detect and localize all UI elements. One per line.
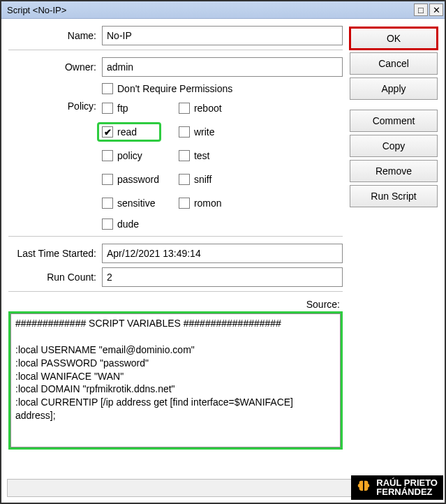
checkbox-icon [102, 218, 113, 230]
checkbox-icon [179, 198, 190, 209]
policy-label: Policy: [8, 101, 102, 211]
watermark-badge: RAÚL PRIETO FERNÁNDEZ [351, 475, 443, 500]
policy-romon-label: romon [194, 198, 222, 209]
policy-write-label: write [194, 126, 215, 138]
policy-policy-label: policy [117, 150, 142, 161]
copy-button-label: Copy [382, 140, 406, 151]
policy-reboot-checkbox[interactable]: reboot [179, 101, 222, 116]
remove-button[interactable]: Remove [350, 160, 438, 182]
checkbox-icon [102, 198, 113, 209]
policy-sensitive-checkbox[interactable]: sensitive [102, 195, 159, 211]
remove-button-label: Remove [376, 165, 412, 177]
minimize-button[interactable]: □ [414, 3, 428, 16]
cancel-button[interactable]: Cancel [350, 52, 438, 75]
checkbox-icon: ✔ [102, 126, 113, 138]
policy-dude-checkbox[interactable]: dude [102, 216, 139, 232]
window-title: Script <No-IP> [7, 5, 66, 15]
source-label: Source: [8, 299, 343, 310]
comment-button-label: Comment [373, 115, 415, 126]
policy-read-checkbox[interactable]: ✔read [99, 124, 159, 140]
run-script-button-label: Run Script [371, 191, 416, 202]
checkbox-icon [102, 83, 113, 94]
ok-button-label: OK [387, 33, 401, 44]
close-icon: ✕ [433, 6, 440, 15]
minimize-icon: □ [418, 6, 424, 15]
titlebar: Script <No-IP> □ ✕ [1, 1, 445, 19]
owner-input[interactable] [102, 57, 343, 77]
ok-button[interactable]: OK [350, 27, 438, 50]
policy-ftp-checkbox[interactable]: ftp [102, 101, 159, 116]
source-textarea[interactable] [10, 313, 341, 447]
divider [8, 50, 343, 50]
apply-button-label: Apply [381, 83, 406, 94]
policy-test-checkbox[interactable]: test [179, 148, 222, 163]
divider [8, 291, 343, 292]
policy-test-label: test [194, 150, 210, 161]
checkbox-icon [179, 103, 190, 114]
policy-sensitive-label: sensitive [117, 198, 155, 209]
run-count-input [102, 267, 343, 287]
divider [8, 236, 343, 237]
policy-read-label: read [117, 126, 137, 138]
dont-require-permissions-label: Don't Require Permissions [117, 83, 232, 94]
policy-sniff-label: sniff [194, 174, 211, 185]
cancel-button-label: Cancel [378, 58, 409, 69]
watermark-line1: RAÚL PRIETO [376, 478, 438, 488]
copy-button[interactable]: Copy [350, 135, 438, 157]
owner-label: Owner: [8, 61, 102, 73]
name-input[interactable] [102, 26, 343, 45]
button-gap [350, 103, 438, 107]
policy-password-label: password [117, 174, 159, 185]
last-started-label: Last Time Started: [8, 248, 102, 259]
checkbox-icon [102, 103, 113, 114]
policy-dude-label: dude [117, 218, 139, 230]
policy-reboot-label: reboot [194, 103, 222, 114]
policy-sniff-checkbox[interactable]: sniff [179, 172, 222, 187]
policy-policy-checkbox[interactable]: policy [102, 148, 159, 163]
watermark-line2: FERNÁNDEZ [376, 487, 438, 497]
checkbox-icon [179, 150, 190, 161]
run-script-button[interactable]: Run Script [350, 185, 438, 207]
policy-write-checkbox[interactable]: write [179, 124, 222, 140]
checkbox-icon [179, 126, 190, 138]
run-count-label: Run Count: [8, 272, 102, 283]
source-highlight [8, 311, 343, 450]
last-started-input [102, 244, 343, 263]
policy-ftp-label: ftp [117, 103, 128, 114]
dont-require-permissions-checkbox[interactable]: Don't Require Permissions [102, 81, 232, 96]
name-label: Name: [8, 30, 102, 41]
apply-button[interactable]: Apply [350, 77, 438, 100]
checkbox-icon [102, 174, 113, 185]
comment-button[interactable]: Comment [350, 110, 438, 132]
policy-romon-checkbox[interactable]: romon [179, 195, 222, 211]
policy-password-checkbox[interactable]: password [102, 172, 159, 187]
close-button[interactable]: ✕ [429, 3, 443, 16]
checkbox-icon [179, 174, 190, 185]
checkbox-icon [102, 150, 113, 161]
brain-icon [355, 479, 372, 496]
